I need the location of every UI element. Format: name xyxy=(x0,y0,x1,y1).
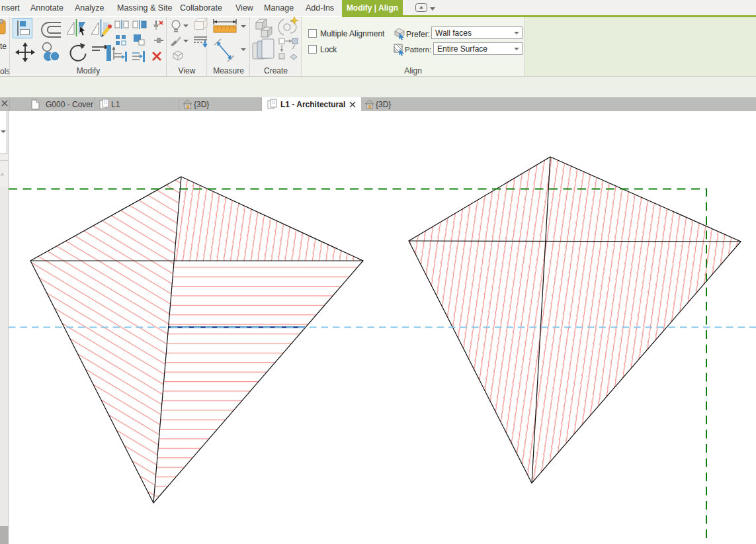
sheet-icon xyxy=(31,99,40,110)
align-panel-label: Align xyxy=(302,66,525,75)
move-icon[interactable] xyxy=(15,42,35,62)
tab-l1[interactable]: L1 xyxy=(111,100,120,109)
prefer-dropdown[interactable]: Wall faces xyxy=(431,26,523,39)
tab-insert-fragment[interactable]: nsert xyxy=(1,3,20,13)
prefer-caret-icon[interactable] xyxy=(514,32,519,34)
prefer-label: Prefer: xyxy=(406,30,430,39)
measure-panel-label: Measure xyxy=(207,66,250,75)
pyramid-right-hatch[interactable] xyxy=(409,157,741,483)
tab-modify-align-active[interactable]: Modify | Align xyxy=(342,0,403,16)
tab-annotate[interactable]: Annotate xyxy=(30,3,63,13)
ruler-icon[interactable] xyxy=(212,19,238,34)
paste-label-fragment[interactable]: te xyxy=(0,42,7,51)
tab-3d-2[interactable]: {3D} xyxy=(376,100,391,109)
left-palette-caret-icon[interactable] xyxy=(1,130,6,133)
tab-manage[interactable]: Manage xyxy=(264,3,294,13)
copy-icon[interactable] xyxy=(40,42,62,63)
home-icon xyxy=(183,99,192,109)
pyramid-left-face-bottom-left[interactable] xyxy=(30,261,174,503)
home-icon-2 xyxy=(364,99,374,109)
create-group-icon[interactable] xyxy=(253,17,273,38)
tab-massing-site[interactable]: Massing & Site xyxy=(117,3,172,13)
delete-icon[interactable] xyxy=(151,50,163,62)
pin-icon[interactable] xyxy=(153,35,163,45)
tab-add-ins[interactable]: Add-Ins xyxy=(306,3,334,13)
trim-extend-corner-icon[interactable] xyxy=(91,41,116,63)
paintbrush-icon[interactable] xyxy=(169,35,183,46)
mirror-draw-axis-icon[interactable] xyxy=(90,18,114,39)
tab-collaborate[interactable]: Collaborate xyxy=(180,3,222,13)
mirror-pick-axis-icon[interactable] xyxy=(65,18,89,39)
split-with-gap-icon[interactable] xyxy=(132,20,147,29)
measure-between-icon[interactable] xyxy=(212,38,236,63)
tab-view[interactable]: View xyxy=(235,3,253,13)
view-panel-label: View xyxy=(167,66,207,75)
left-palette-bottom-corner xyxy=(0,526,9,544)
modify-panel-label: Modify xyxy=(10,66,167,75)
prefer-value: Wall faces xyxy=(435,28,472,38)
multiple-alignment-checkbox[interactable] xyxy=(308,29,317,38)
prefer-icon xyxy=(394,27,406,40)
trim-multiple-icon[interactable] xyxy=(131,51,147,62)
tab-g000-cover[interactable]: G000 - Cover xyxy=(46,100,93,109)
tab-analyze[interactable]: Analyze xyxy=(75,3,104,13)
options-bar xyxy=(0,77,756,97)
pattern-label: Pattern: xyxy=(405,46,431,54)
unpin-icon[interactable] xyxy=(151,19,163,30)
thin-lines-cube-icon[interactable] xyxy=(193,17,208,32)
lock-label: Lock xyxy=(320,45,337,54)
left-palette-lower xyxy=(0,187,9,526)
paintbrush-caret-icon[interactable] xyxy=(183,40,189,42)
left-palette-divider xyxy=(0,160,9,161)
lock-checkbox[interactable] xyxy=(308,45,317,54)
pattern-caret-icon[interactable] xyxy=(514,48,519,50)
paste-icon-fragment[interactable] xyxy=(0,19,7,36)
split-element-icon[interactable] xyxy=(114,20,129,29)
scale-icon[interactable] xyxy=(133,34,145,46)
drawing-canvas[interactable] xyxy=(9,111,756,544)
tab-l1-architectural-active[interactable]: L1 - Architectural xyxy=(280,100,345,109)
rotate-icon[interactable] xyxy=(65,41,88,64)
create-similar-icon[interactable] xyxy=(277,17,298,38)
ribbon-filler xyxy=(525,17,756,76)
active-tab-close-icon[interactable] xyxy=(349,101,356,108)
offset-icon[interactable] xyxy=(37,19,63,39)
array-icon[interactable] xyxy=(115,34,126,46)
lightbulb-icon[interactable] xyxy=(171,19,181,32)
align-tool-button-selected[interactable] xyxy=(13,18,32,38)
create-parts-icon[interactable] xyxy=(278,37,299,62)
tab-3d-1[interactable]: {3D} xyxy=(194,100,209,109)
ribbon-collapse-icon[interactable] xyxy=(415,3,435,13)
measure2-caret-icon[interactable] xyxy=(241,48,246,51)
left-palette-chevron: ^ xyxy=(1,173,4,180)
multiple-alignment-label: Multiple Alignment xyxy=(320,29,384,38)
hidden-elements-box-icon[interactable] xyxy=(171,50,185,62)
measure-caret-icon[interactable] xyxy=(241,25,246,28)
ribbon-tab-bar: nsert Annotate Analyze Massing & Site Co… xyxy=(0,0,756,16)
plan-icon xyxy=(99,99,109,110)
create-assembly-icon[interactable] xyxy=(251,38,276,62)
lightbulb-caret-icon[interactable] xyxy=(183,24,189,27)
pattern-dropdown[interactable]: Entire Surface xyxy=(433,42,523,55)
create-panel-label: Create xyxy=(250,66,302,75)
plan-icon-active xyxy=(267,99,277,110)
pattern-value: Entire Surface xyxy=(437,44,487,54)
align-trim-icon[interactable] xyxy=(113,51,129,62)
tabbar-close-icon[interactable] xyxy=(1,100,9,107)
